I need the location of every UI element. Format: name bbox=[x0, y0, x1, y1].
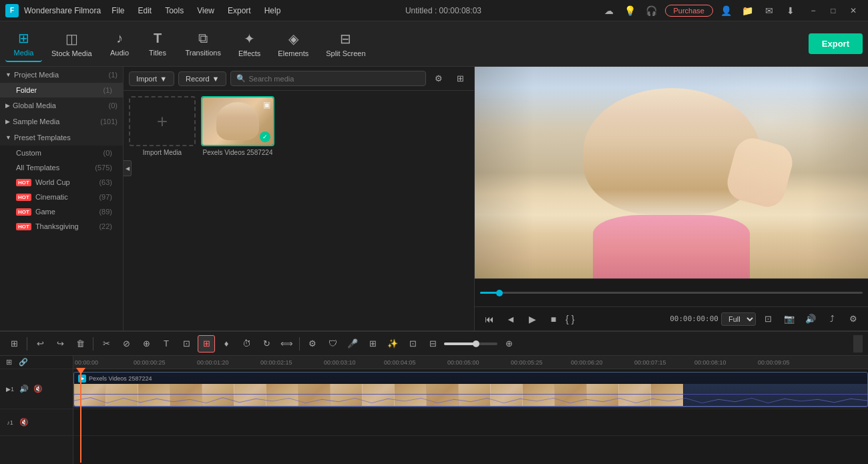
add-track-button[interactable]: ⊞ bbox=[364, 335, 381, 353]
toolbar-effects[interactable]: ✦ Effects bbox=[230, 27, 268, 61]
speed-button[interactable]: ⏱ bbox=[238, 335, 255, 353]
sidebar-item-game[interactable]: HOT Game (89) bbox=[0, 204, 123, 219]
export-preview-icon[interactable]: ⤴ bbox=[823, 310, 841, 328]
video-clip-label: Pexels Videos 2587224 bbox=[203, 149, 273, 156]
purchase-button[interactable]: Purchase bbox=[665, 5, 713, 17]
import-button[interactable]: Import ▼ bbox=[129, 71, 174, 86]
marker-out-icon[interactable]: } bbox=[572, 314, 575, 324]
record-button[interactable]: Record ▼ bbox=[178, 71, 226, 86]
sidebar-sample-media-header[interactable]: ▶ Sample Media (101) bbox=[0, 113, 123, 130]
download-icon[interactable]: ⬇ bbox=[783, 3, 799, 19]
menu-tools[interactable]: Tools bbox=[160, 5, 189, 17]
quality-select[interactable]: Full 1/2 1/4 bbox=[721, 312, 756, 326]
toolbar-transitions[interactable]: ⧉ Transitions bbox=[178, 27, 229, 61]
sidebar-item-world-cup[interactable]: HOT World Cup (63) bbox=[0, 175, 123, 190]
undo-button[interactable]: ↩ bbox=[31, 335, 49, 353]
add-media-icon[interactable]: ⊞ bbox=[3, 357, 15, 369]
disable-button[interactable]: ⊘ bbox=[118, 335, 135, 353]
add-link-icon[interactable]: 🔗 bbox=[17, 357, 29, 369]
prev-frame-button[interactable]: ⏮ bbox=[480, 310, 499, 328]
close-button[interactable]: ✕ bbox=[844, 1, 863, 20]
layout-icon[interactable]: ⊞ bbox=[5, 335, 23, 353]
global-media-count: (0) bbox=[109, 101, 118, 109]
zoom-out-button[interactable]: ⊟ bbox=[424, 335, 441, 353]
search-input[interactable] bbox=[248, 75, 420, 83]
user-icon[interactable]: 👤 bbox=[718, 3, 734, 19]
preview-controls bbox=[475, 278, 868, 306]
video-type-icon: ▣ bbox=[263, 100, 270, 109]
sidebar-preset-templates-header[interactable]: ▼ Preset Templates bbox=[0, 130, 123, 146]
zoom-slider[interactable] bbox=[444, 342, 497, 345]
delete-button[interactable]: 🗑 bbox=[71, 335, 89, 353]
bulb-icon[interactable]: 💡 bbox=[622, 3, 638, 19]
sidebar-item-folder[interactable]: Folder (1) bbox=[0, 83, 123, 97]
settings-preview-icon[interactable]: ⚙ bbox=[844, 310, 863, 328]
text-button[interactable]: T bbox=[158, 335, 175, 353]
track-mute-icon[interactable]: 🔇 bbox=[32, 383, 44, 395]
headset-icon[interactable]: 🎧 bbox=[644, 3, 660, 19]
fit-frame-button[interactable]: ⊞ bbox=[198, 335, 215, 353]
zoom-in-button[interactable]: ⊕ bbox=[500, 335, 517, 353]
media-video-item[interactable]: ▣ ✓ Pexels Videos 2587224 bbox=[201, 96, 274, 156]
toolbar-titles[interactable]: T Titles bbox=[140, 27, 176, 61]
folder-icon[interactable]: 📁 bbox=[740, 3, 756, 19]
filter-icon[interactable]: ⚙ bbox=[430, 70, 447, 87]
minimize-button[interactable]: − bbox=[804, 1, 823, 20]
split-add-button[interactable]: ⊕ bbox=[138, 335, 155, 353]
redo-button[interactable]: ↪ bbox=[51, 335, 69, 353]
elements-label: Elements bbox=[278, 49, 308, 57]
magic-button[interactable]: ♦ bbox=[218, 335, 235, 353]
sidebar-project-media-header[interactable]: ▼ Project Media (1) bbox=[0, 67, 123, 83]
preview-external-icon[interactable]: ⊡ bbox=[758, 310, 777, 328]
menu-edit[interactable]: Edit bbox=[133, 5, 158, 17]
ai-button[interactable]: ✨ bbox=[384, 335, 401, 353]
pip-button[interactable]: ⊡ bbox=[404, 335, 421, 353]
menu-help[interactable]: Help bbox=[259, 5, 286, 17]
audio-mute-icon[interactable]: 🔇 bbox=[18, 417, 30, 429]
export-button[interactable]: Export bbox=[809, 33, 863, 54]
sidebar-global-media-header[interactable]: ▶ Global Media (0) bbox=[0, 97, 123, 113]
mail-icon[interactable]: ✉ bbox=[761, 3, 777, 19]
sidebar-section-sample-media: ▶ Sample Media (101) bbox=[0, 113, 123, 130]
playback-controls-bar: ⏮ ◄ ▶ ■ { } 00:00:00:00 Full 1/2 1/4 ⊡ 📷… bbox=[475, 306, 868, 330]
menu-export[interactable]: Export bbox=[222, 5, 256, 17]
track-header-icons: ▶1 🔊 🔇 bbox=[4, 383, 44, 395]
search-bar: 🔍 bbox=[230, 71, 426, 86]
track-volume-icon[interactable]: 🔊 bbox=[18, 383, 30, 395]
crop-button[interactable]: ⊡ bbox=[178, 335, 195, 353]
audio-preview-icon[interactable]: 🔊 bbox=[801, 310, 820, 328]
import-media-box[interactable]: + bbox=[129, 96, 196, 146]
marker-in-icon[interactable]: { bbox=[566, 314, 569, 324]
settings-button[interactable]: ⚙ bbox=[304, 335, 321, 353]
cloud-icon[interactable]: ☁ bbox=[601, 3, 617, 19]
sidebar-item-thanksgiving[interactable]: HOT Thanksgiving (22) bbox=[0, 219, 123, 234]
custom-count: (0) bbox=[103, 149, 112, 157]
maximize-button[interactable]: □ bbox=[824, 1, 843, 20]
import-media-item[interactable]: + Import Media bbox=[129, 96, 196, 156]
rotate-button[interactable]: ↻ bbox=[258, 335, 275, 353]
screenshot-icon[interactable]: 📷 bbox=[780, 310, 799, 328]
separator-3 bbox=[299, 337, 300, 351]
play-prev-button[interactable]: ◄ bbox=[501, 310, 520, 328]
window-controls: − □ ✕ bbox=[804, 1, 863, 20]
sidebar-item-cinematic[interactable]: HOT Cinematic (97) bbox=[0, 190, 123, 204]
toolbar-media[interactable]: ⊞ Media bbox=[5, 26, 42, 62]
sidebar-item-all-templates[interactable]: All Templates (575) bbox=[0, 160, 123, 175]
play-button[interactable]: ▶ bbox=[523, 310, 541, 328]
menu-view[interactable]: View bbox=[192, 5, 220, 17]
shield-button[interactable]: 🛡 bbox=[324, 335, 341, 353]
adjust-button[interactable]: ⟺ bbox=[278, 335, 295, 353]
scissors-button[interactable]: ✂ bbox=[97, 335, 115, 353]
toolbar-elements[interactable]: ◈ Elements bbox=[270, 27, 316, 61]
progress-slider[interactable] bbox=[480, 292, 863, 294]
grid-view-icon[interactable]: ⊞ bbox=[451, 70, 469, 87]
toolbar-split-screen[interactable]: ⊟ Split Screen bbox=[318, 27, 373, 61]
sidebar-item-custom[interactable]: Custom (0) bbox=[0, 146, 123, 160]
tracks-container: ▶ Pexels Videos 2587224 bbox=[73, 369, 868, 463]
toolbar-stock-media[interactable]: ◫ Stock Media bbox=[43, 27, 100, 61]
toolbar-audio[interactable]: ♪ Audio bbox=[101, 27, 138, 61]
menu-file[interactable]: File bbox=[106, 5, 130, 17]
track-headers: ⊞ 🔗 ▶1 🔊 🔇 ♪1 🔇 bbox=[0, 356, 73, 464]
stop-button[interactable]: ■ bbox=[544, 310, 563, 328]
mic-button[interactable]: 🎤 bbox=[344, 335, 361, 353]
